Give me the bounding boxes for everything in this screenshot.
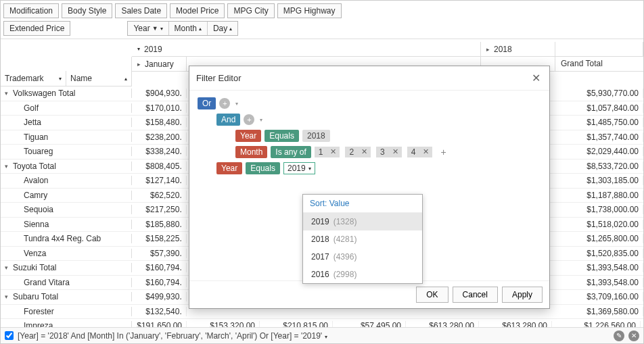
ok-button[interactable]: OK [416,287,448,303]
data-cell: $499,930. [132,292,187,301]
row-label-text: Tiguan [5,132,48,142]
field-token-month[interactable]: Month [235,146,267,158]
add-condition-button[interactable]: + [219,98,230,109]
value-input-2019[interactable]: 2019 ▾ [283,162,315,174]
value-chip-3[interactable]: 3 [376,147,389,157]
year-2019-header[interactable]: ▾ 2019 [132,42,481,56]
remove-value-icon[interactable]: ✕ [327,147,340,157]
value-token-2018[interactable]: 2018 [302,130,330,142]
row-label-cell[interactable]: Camry [1,191,132,200]
remove-value-icon[interactable]: ✕ [419,147,432,157]
row-label-cell[interactable]: ▾Suzuki Total [1,263,132,272]
grand-total-cell: $3,709,160.00 [555,292,643,301]
trademark-col-header[interactable]: Trademark ▾ [1,71,66,86]
remove-value-icon[interactable]: ✕ [389,147,402,157]
grand-total-cell: $1,520,835.00 [555,249,643,258]
row-label-cell[interactable]: Venza [1,249,132,258]
dropdown-year: 2019 [311,217,329,226]
chevron-down-icon: ▾ [308,166,311,172]
operator-token-isanyof[interactable]: Is any of [271,146,310,158]
value-chip-4[interactable]: 4 [407,147,420,157]
row-label-cell[interactable]: ▾Volkswagen Total [1,89,132,98]
row-label-cell[interactable]: Forester [1,307,132,316]
expand-icon[interactable]: ▾ [5,264,12,271]
value-chip-2[interactable]: 2 [345,147,358,157]
data-cell: $62,520. [132,191,187,200]
and-operator[interactable]: And [216,114,240,126]
row-label-cell[interactable]: Jetta [1,118,132,127]
row-label-cell[interactable]: Tundra 4x4 Reg. Cab [1,234,132,243]
grand-total-cell: $1,518,020.00 [555,220,643,229]
grand-total-cell: $1,485,750.00 [555,118,643,127]
value-dropdown: Sort: Value 2019 (1328) 2018 (4281) 2017… [302,194,423,284]
close-icon[interactable]: ✕ [529,72,543,84]
row-label-cell[interactable]: Golf [1,103,132,113]
field-modification[interactable]: Modification [3,3,59,18]
time-month[interactable]: Month ▴ [169,22,208,35]
sort-icon: ▴ [124,76,127,82]
filter-group-and: And + ▾ [216,114,541,126]
row-label-cell[interactable]: Touareg [1,147,132,156]
row-label-cell[interactable]: ▾Toyota Total [1,162,132,171]
grand-total-cell: $2,029,440.00 [555,147,643,156]
dropdown-count: (1328) [334,217,357,226]
expand-icon[interactable]: ▾ [5,293,12,300]
field-sales-date[interactable]: Sales Date [115,3,167,18]
dropdown-count: (2998) [334,270,357,279]
grand-total-year-cell [555,42,643,56]
dropdown-sort-header[interactable]: Sort: Value [303,195,422,213]
month-january-header[interactable]: ▸ January [132,57,187,71]
data-cell: $127,140. [132,176,187,185]
dropdown-year: 2017 [311,252,329,262]
or-operator[interactable]: Or [198,97,216,109]
field-token-year[interactable]: Year [235,130,261,142]
dropdown-item-2016[interactable]: 2016 (2998) [303,266,422,283]
filter-condition-month: Month Is any of 1✕ 2✕ 3✕ 4✕ + [235,146,541,158]
clear-filter-button[interactable]: ✕ [628,330,639,341]
expand-icon: ▸ [137,61,141,68]
row-label-cell[interactable]: Avalon [1,176,132,185]
operator-token-equals[interactable]: Equals [246,162,280,174]
remove-value-icon[interactable]: ✕ [358,147,371,157]
dropdown-item-2017[interactable]: 2017 (4396) [303,248,422,266]
filter-enabled-checkbox[interactable] [5,331,14,340]
add-condition-button[interactable]: + [244,114,254,125]
cancel-button[interactable]: Cancel [453,287,498,303]
row-label-cell[interactable]: ▾Subaru Total [1,292,132,301]
chevron-down-icon: ▾ [325,334,327,340]
year-2019-label: 2019 [144,45,162,54]
row-label-text: Suzuki Total [12,263,56,272]
row-label-cell[interactable]: Sienna [1,220,132,229]
data-cell: $57,390. [132,249,187,258]
data-cell: $185,880. [132,220,187,229]
field-mpg-city[interactable]: MPG City [227,3,274,18]
field-model-price[interactable]: Model Price [170,3,225,18]
dialog-title: Filter Editor [196,73,241,83]
year-2018-header[interactable]: ▸ 2018 [481,42,555,56]
operator-token-equals[interactable]: Equals [264,130,299,142]
value-chip-1[interactable]: 1 [315,147,327,157]
dropdown-item-2019[interactable]: 2019 (1328) [303,213,422,230]
row-label-cell[interactable]: Sequoia [1,205,132,214]
expand-icon[interactable]: ▾ [5,90,12,97]
row-label-cell[interactable]: Tiguan [1,132,132,142]
time-year[interactable]: Year ▼ ▾ [128,22,168,35]
dropdown-item-2018[interactable]: 2018 (4281) [303,230,422,248]
data-cell: $158,480. [132,118,187,127]
field-body-style[interactable]: Body Style [62,3,112,18]
field-mpg-highway[interactable]: MPG Highway [277,3,342,18]
time-day[interactable]: Day ▴ [208,22,237,35]
expand-icon[interactable]: ▾ [5,163,12,170]
field-area: Modification Body Style Sales Date Model… [1,1,643,18]
dialog-header: Filter Editor ✕ [189,66,549,91]
field-extended-price[interactable]: Extended Price [3,21,70,36]
row-label-cell[interactable]: Grand Vitara [1,278,132,287]
name-col-header[interactable]: Name ▴ [66,71,131,86]
row-label-text: Toyota Total [12,162,56,171]
edit-filter-button[interactable]: ✎ [614,330,624,341]
apply-button[interactable]: Apply [502,287,543,303]
filter-expression-text[interactable]: [Year] = '2018' And [Month] In ('January… [18,331,610,341]
field-token-year[interactable]: Year [216,162,242,174]
add-value-button[interactable]: + [440,147,446,157]
dialog-footer: OK Cancel Apply [189,280,549,308]
